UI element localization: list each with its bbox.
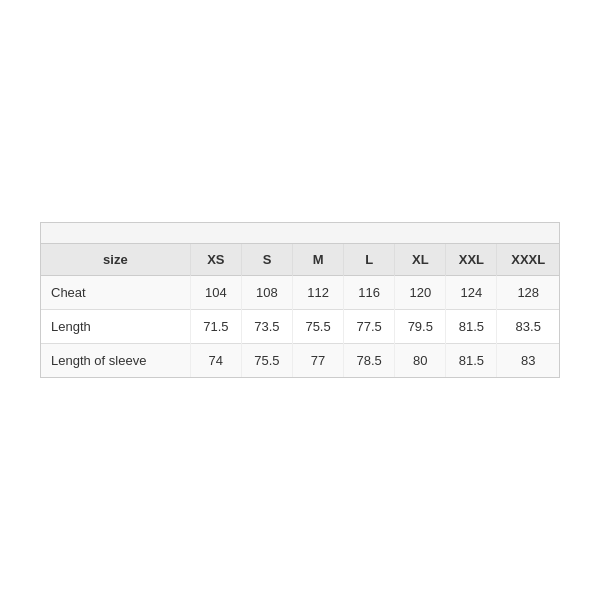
cell-2-3: 78.5 — [344, 344, 395, 378]
size-table: sizeXSSMLXLXXLXXXL Cheat1041081121161201… — [41, 244, 559, 377]
size-chart: sizeXSSMLXLXXLXXXL Cheat1041081121161201… — [40, 222, 560, 378]
header-row: sizeXSSMLXLXXLXXXL — [41, 244, 559, 276]
cell-2-6: 83 — [497, 344, 559, 378]
cell-1-4: 79.5 — [395, 310, 446, 344]
table-row: Length71.573.575.577.579.581.583.5 — [41, 310, 559, 344]
cell-1-3: 77.5 — [344, 310, 395, 344]
header-col-size: size — [41, 244, 190, 276]
cell-2-1: 75.5 — [241, 344, 292, 378]
cell-2-4: 80 — [395, 344, 446, 378]
table-body: Cheat104108112116120124128Length71.573.5… — [41, 276, 559, 378]
cell-2-0: 74 — [190, 344, 241, 378]
row-label-2: Length of sleeve — [41, 344, 190, 378]
header-col-xs: XS — [190, 244, 241, 276]
cell-0-5: 124 — [446, 276, 497, 310]
header-col-l: L — [344, 244, 395, 276]
cell-0-3: 116 — [344, 276, 395, 310]
cell-1-5: 81.5 — [446, 310, 497, 344]
row-label-1: Length — [41, 310, 190, 344]
cell-0-4: 120 — [395, 276, 446, 310]
table-header: sizeXSSMLXLXXLXXXL — [41, 244, 559, 276]
row-label-0: Cheat — [41, 276, 190, 310]
cell-1-0: 71.5 — [190, 310, 241, 344]
cell-0-0: 104 — [190, 276, 241, 310]
cell-1-6: 83.5 — [497, 310, 559, 344]
cell-2-5: 81.5 — [446, 344, 497, 378]
table-row: Cheat104108112116120124128 — [41, 276, 559, 310]
header-col-m: M — [293, 244, 344, 276]
header-col-xxxl: XXXL — [497, 244, 559, 276]
table-row: Length of sleeve7475.57778.58081.583 — [41, 344, 559, 378]
chart-title-row — [41, 223, 559, 244]
cell-0-6: 128 — [497, 276, 559, 310]
header-col-xl: XL — [395, 244, 446, 276]
header-col-s: S — [241, 244, 292, 276]
cell-1-2: 75.5 — [293, 310, 344, 344]
header-col-xxl: XXL — [446, 244, 497, 276]
cell-0-1: 108 — [241, 276, 292, 310]
cell-2-2: 77 — [293, 344, 344, 378]
cell-0-2: 112 — [293, 276, 344, 310]
cell-1-1: 73.5 — [241, 310, 292, 344]
